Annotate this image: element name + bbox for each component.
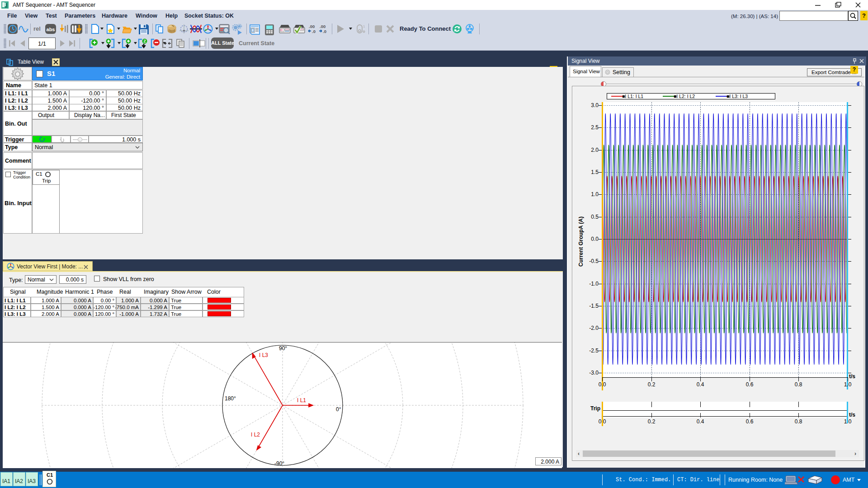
svg-text:I L2: I L2 — [251, 432, 260, 438]
svg-text:.00: .00 — [309, 24, 315, 29]
svg-text:90°: 90° — [279, 345, 287, 352]
svg-text:I L1: I L1 — [297, 397, 306, 404]
svg-text:.0: .0 — [312, 29, 316, 34]
svg-text:I L3: I L3 — [259, 352, 268, 358]
svg-text:c: c — [79, 138, 81, 141]
svg-text:Z: Z — [143, 39, 146, 43]
svg-text:-90°: -90° — [274, 460, 284, 467]
svg-text:180°: 180° — [225, 395, 236, 402]
svg-text:abs: abs — [47, 27, 55, 32]
svg-text:.00: .00 — [320, 24, 326, 29]
svg-text:.0: .0 — [323, 29, 326, 34]
svg-text:1: 1 — [363, 24, 365, 28]
svg-text:0°: 0° — [336, 406, 341, 413]
